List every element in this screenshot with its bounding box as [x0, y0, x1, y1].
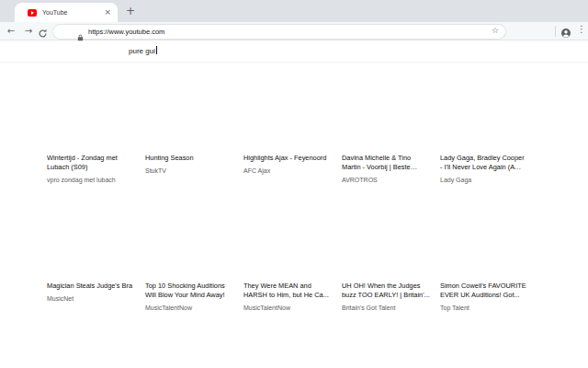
video-title[interactable]: Hunting Season — [145, 154, 233, 163]
back-icon[interactable]: ← — [4, 22, 18, 40]
video-title[interactable]: UH OH! When the Judges buzz TOO EARLY! |… — [342, 282, 430, 300]
video-channel-name[interactable]: MusicNet — [47, 294, 135, 303]
video-card[interactable]: Lady Gaga, Bradley Cooper - I'll Never L… — [440, 154, 528, 184]
forward-icon[interactable]: → — [21, 22, 36, 40]
browser-toolbar: ← → https://www.youtube.com ☆ ⋮ — [0, 22, 588, 40]
video-title[interactable]: Wintertijd - Zondag met Lubach (S09) — [47, 154, 135, 172]
video-card[interactable]: Simon Cowell's FAVOURITE EVER UK Auditio… — [440, 282, 528, 312]
url-text[interactable]: https://www.youtube.com — [88, 28, 164, 36]
video-title[interactable]: Davina Michelle & Tino Martin - Voorbij … — [342, 154, 430, 172]
video-channel-name[interactable]: MusicTalentNow — [243, 304, 332, 312]
video-channel-name[interactable]: AVROTROS — [342, 176, 430, 184]
tab-title: YouTube — [42, 9, 104, 16]
video-card[interactable]: Wintertijd - Zondag met Lubach (S09) vpr… — [47, 154, 135, 184]
video-channel-name[interactable]: AFC Ajax — [243, 167, 332, 175]
browser-window: YouTube × + ← → https://www.youtube.com … — [0, 0, 588, 368]
video-title[interactable]: Highlights Ajax - Feyenoord — [243, 154, 332, 163]
video-card[interactable]: Hunting Season StukTV — [145, 154, 233, 184]
video-card[interactable]: Davina Michelle & Tino Martin - Voorbij … — [342, 154, 430, 184]
video-row: Magician Steals Judge's Bra MusicNet Top… — [47, 282, 588, 312]
video-channel-name[interactable]: Britain's Got Talent — [342, 304, 430, 312]
video-title[interactable]: They Were MEAN and HARSH to Him, but He … — [243, 282, 332, 300]
tab-strip: YouTube × + — [0, 0, 588, 22]
profile-avatar-icon[interactable] — [560, 26, 571, 42]
browser-menu-icon[interactable]: ⋮ — [577, 25, 586, 34]
video-row: Wintertijd - Zondag met Lubach (S09) vpr… — [47, 154, 588, 184]
youtube-favicon-icon — [28, 9, 37, 17]
video-channel-name[interactable]: Lady Gaga — [440, 176, 528, 184]
reload-icon[interactable] — [38, 27, 48, 37]
address-bar[interactable]: https://www.youtube.com ☆ — [53, 25, 505, 39]
video-card[interactable]: Highlights Ajax - Feyenoord AFC Ajax — [243, 154, 332, 184]
search-input[interactable]: pure gui — [129, 46, 157, 55]
toolbar-divider — [555, 26, 556, 37]
tab-close-icon[interactable]: × — [104, 8, 111, 17]
text-caret — [156, 46, 157, 54]
video-channel-name[interactable]: StukTV — [145, 167, 233, 175]
search-query-text: pure gui — [129, 47, 155, 55]
video-title[interactable]: Lady Gaga, Bradley Cooper - I'll Never L… — [440, 154, 528, 172]
bookmark-star-icon[interactable]: ☆ — [492, 27, 499, 35]
youtube-masthead: pure gui — [0, 41, 588, 63]
video-card[interactable]: They Were MEAN and HARSH to Him, but He … — [243, 282, 332, 312]
video-card[interactable]: UH OH! When the Judges buzz TOO EARLY! |… — [342, 282, 430, 312]
new-tab-button[interactable]: + — [123, 5, 138, 19]
video-card[interactable]: Top 10 Shocking Auditions Will Blow Your… — [145, 282, 233, 312]
video-channel-name[interactable]: Top Talent — [440, 304, 528, 312]
video-card[interactable]: Magician Steals Judge's Bra MusicNet — [47, 282, 135, 312]
video-title[interactable]: Magician Steals Judge's Bra — [47, 282, 135, 291]
video-channel-name[interactable]: vpro zondag met lubach — [47, 176, 135, 184]
video-title[interactable]: Simon Cowell's FAVOURITE EVER UK Auditio… — [440, 282, 528, 300]
video-channel-name[interactable]: MusicTalentNow — [145, 304, 233, 312]
browser-tab-youtube[interactable]: YouTube × — [15, 3, 118, 22]
video-title[interactable]: Top 10 Shocking Auditions Will Blow Your… — [145, 282, 233, 300]
youtube-page: pure gui Wintertijd - Zondag met Lubach … — [0, 41, 588, 368]
